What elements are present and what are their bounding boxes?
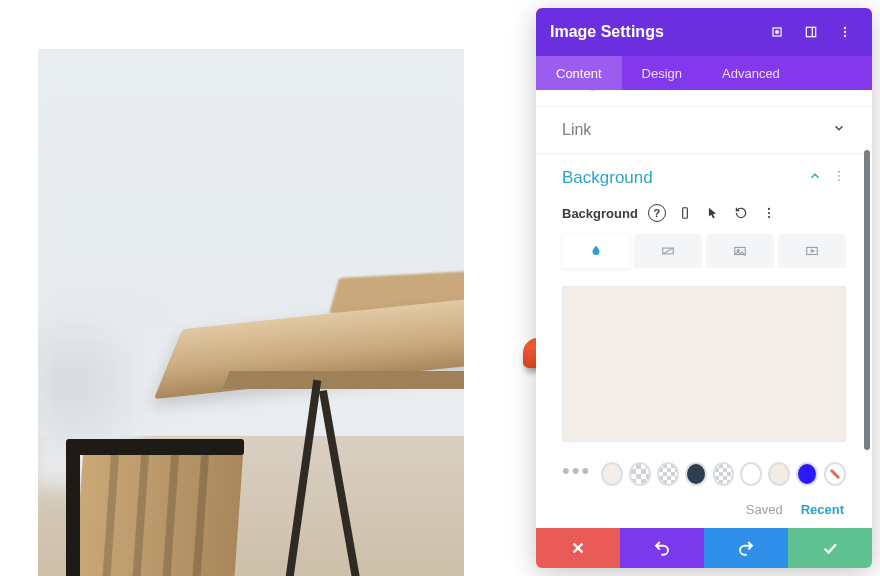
section-link[interactable]: Link [536,107,872,154]
bg-tab-image[interactable] [706,234,774,268]
swatch-offwhite[interactable] [768,462,790,486]
background-label-row: Background ? [562,204,846,222]
swatch-transparent[interactable] [629,462,651,486]
expand-icon[interactable] [764,19,790,45]
tab-bar: Content Design Advanced [536,56,872,90]
svg-rect-10 [683,208,688,219]
panel-scroll-area: Image Link Background [536,90,872,528]
swatch-none[interactable] [824,462,846,486]
tab-content[interactable]: Content [536,56,622,90]
dock-icon[interactable] [798,19,824,45]
tab-design[interactable]: Design [622,56,702,90]
chevron-up-icon [808,169,822,187]
tab-advanced[interactable]: Advanced [702,56,800,90]
undo-button[interactable] [620,528,704,568]
swatch-filter-recent[interactable]: Recent [801,502,844,517]
kebab-menu-icon[interactable] [760,204,778,222]
svg-point-5 [844,31,846,33]
save-button[interactable] [788,528,872,568]
section-image-title: Image [562,90,606,92]
cancel-button[interactable] [536,528,620,568]
kebab-menu-icon[interactable] [832,19,858,45]
more-swatches-icon[interactable]: ••• [562,458,595,490]
kebab-menu-icon[interactable] [832,169,846,187]
panel-header: Image Settings [536,8,872,56]
section-image[interactable]: Image [536,90,872,107]
swatch-row: ••• [562,458,846,492]
swatch-filter-row: Saved Recent [562,502,846,517]
svg-rect-2 [806,27,815,36]
svg-point-11 [768,208,770,210]
background-color-preview[interactable] [562,286,846,442]
swatch-filter-saved[interactable]: Saved [746,502,783,517]
swatch-transparent-3[interactable] [713,462,735,486]
preview-image [38,49,464,576]
svg-point-12 [768,212,770,214]
panel-footer [536,528,872,568]
section-link-title: Link [562,121,591,139]
svg-point-4 [844,27,846,29]
background-label: Background [562,206,638,221]
hover-icon[interactable] [704,204,722,222]
section-background: Background Background ? [536,154,872,528]
scrollbar[interactable] [864,150,870,450]
svg-point-6 [844,35,846,37]
svg-point-8 [838,175,840,177]
section-background-header[interactable]: Background [562,168,846,188]
section-background-title: Background [562,168,653,188]
bg-tab-gradient[interactable] [634,234,702,268]
swatch-blue[interactable] [796,462,818,486]
settings-panel: Image Settings Content Design Advanced I… [536,8,872,568]
panel-title: Image Settings [550,23,756,41]
chevron-down-icon [832,90,846,92]
reset-icon[interactable] [732,204,750,222]
swatch-transparent-2[interactable] [657,462,679,486]
svg-point-13 [768,216,770,218]
chevron-down-icon [832,121,846,139]
swatch-white[interactable] [740,462,762,486]
swatch-cream[interactable] [601,462,623,486]
svg-point-7 [838,171,840,173]
device-icon[interactable] [676,204,694,222]
background-type-tabs [562,234,846,268]
svg-point-9 [838,179,840,181]
help-icon[interactable]: ? [648,204,666,222]
redo-button[interactable] [704,528,788,568]
svg-point-1 [776,31,779,34]
svg-marker-19 [811,250,813,252]
bg-tab-color[interactable] [562,234,630,268]
swatch-navy[interactable] [685,462,707,486]
svg-line-15 [663,248,674,254]
bg-tab-video[interactable] [778,234,846,268]
